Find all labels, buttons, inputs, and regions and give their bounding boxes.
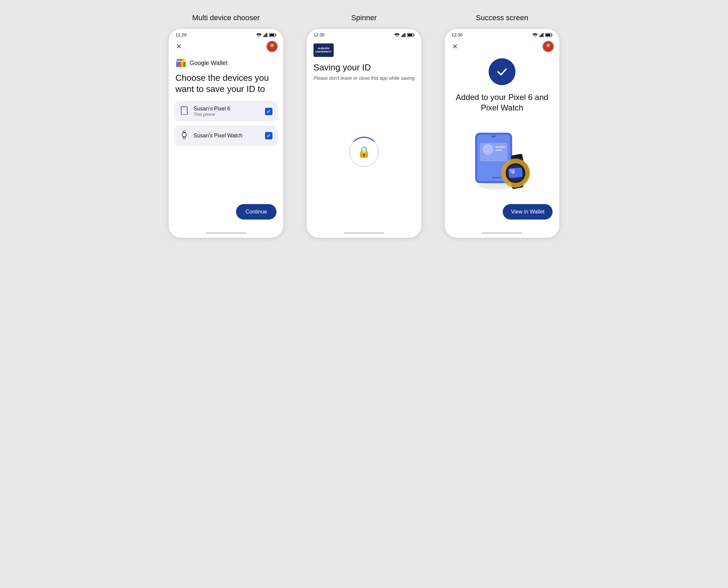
svg-point-9 xyxy=(270,47,275,51)
svg-rect-7 xyxy=(270,34,274,36)
svg-point-33 xyxy=(535,36,536,37)
top-nav-3: ✕ xyxy=(445,39,559,55)
svg-rect-31 xyxy=(414,34,414,36)
svg-rect-32 xyxy=(408,34,412,36)
svg-point-41 xyxy=(547,44,550,47)
screen2-label: Spinner xyxy=(351,14,377,22)
signal-icon-3 xyxy=(539,33,543,37)
status-icons-2 xyxy=(394,33,414,37)
continue-btn-area: Continue xyxy=(169,146,283,230)
auburn-logo: AUBURNUNIVERSITY xyxy=(314,43,334,57)
home-indicator-1 xyxy=(206,232,246,234)
svg-rect-4 xyxy=(267,33,268,37)
svg-rect-48 xyxy=(495,146,505,148)
avatar-icon-3 xyxy=(544,42,553,51)
status-bar-3: 12:30 xyxy=(445,29,559,39)
svg-point-25 xyxy=(397,36,398,37)
close-button-3[interactable]: ✕ xyxy=(450,42,459,51)
svg-rect-1 xyxy=(263,36,264,37)
wallet-title: Google Wallet xyxy=(190,60,227,67)
status-bar-1: 11:29 xyxy=(169,29,283,39)
status-icons-1 xyxy=(256,33,276,37)
device-name-watch: Susan's Pixel Watch xyxy=(194,133,260,139)
checkbox-watch[interactable] xyxy=(265,132,273,140)
wifi-icon-3 xyxy=(532,33,538,37)
continue-button[interactable]: Continue xyxy=(236,204,276,219)
avatar-1[interactable] xyxy=(266,41,278,52)
device-item-watch[interactable]: Susan's Pixel Watch xyxy=(174,126,278,146)
avatar-icon-1 xyxy=(268,42,276,51)
svg-point-47 xyxy=(483,144,493,155)
checkmark-icon xyxy=(495,65,509,79)
svg-rect-35 xyxy=(540,35,541,37)
wallet-header: Google Wallet xyxy=(169,55,283,68)
wifi-icon xyxy=(256,33,262,37)
phone-icon xyxy=(179,106,189,117)
spinner-content: AUBURNUNIVERSITY Saving your ID Please d… xyxy=(307,43,421,230)
svg-rect-29 xyxy=(405,33,406,37)
auburn-text: AUBURNUNIVERSITY xyxy=(316,47,332,53)
screen-column-3: Success screen 12:30 xyxy=(438,14,566,238)
time-2: 12:30 xyxy=(314,32,325,37)
svg-point-8 xyxy=(271,44,274,47)
close-button-1[interactable]: ✕ xyxy=(174,42,184,51)
battery-icon-2 xyxy=(407,33,414,37)
svg-rect-34 xyxy=(539,36,540,37)
time-3: 12:30 xyxy=(452,32,463,37)
status-bar-2: 12:30 xyxy=(307,29,421,39)
checkbox-pixel6[interactable] xyxy=(265,108,273,115)
spinner-area: 🔒 xyxy=(314,94,414,230)
device-info-watch: Susan's Pixel Watch xyxy=(194,133,260,139)
top-nav-2 xyxy=(307,39,421,43)
svg-point-21 xyxy=(184,113,185,114)
phone-frame-2: 12:30 xyxy=(307,29,421,238)
svg-rect-36 xyxy=(541,34,542,37)
svg-rect-18 xyxy=(182,59,185,61)
svg-rect-58 xyxy=(509,167,522,178)
svg-rect-22 xyxy=(182,132,186,137)
phone-frame-1: 11:29 xyxy=(169,29,283,238)
view-btn-area: View in Wallet xyxy=(445,201,559,230)
svg-rect-51 xyxy=(492,177,502,178)
check-circle xyxy=(489,58,516,85)
svg-rect-28 xyxy=(403,34,404,37)
illustration-area xyxy=(465,118,539,201)
device-item-pixel6[interactable]: Susan's Pixel 6 This phone xyxy=(174,101,278,122)
svg-rect-39 xyxy=(552,34,553,36)
saving-heading: Saving your ID xyxy=(314,62,414,73)
battery-icon xyxy=(269,33,276,37)
svg-rect-6 xyxy=(276,34,276,36)
svg-rect-2 xyxy=(264,35,265,37)
view-in-wallet-button[interactable]: View in Wallet xyxy=(503,204,553,219)
wifi-icon-2 xyxy=(394,33,400,37)
screen-column-2: Spinner 12:30 xyxy=(300,14,428,238)
home-indicator-3 xyxy=(482,232,522,234)
spinner-ring: 🔒 xyxy=(349,137,379,167)
svg-rect-37 xyxy=(543,33,544,37)
screen1-label: Multi device chooser xyxy=(192,14,260,22)
svg-rect-27 xyxy=(402,35,403,37)
svg-point-0 xyxy=(259,36,260,37)
svg-rect-50 xyxy=(491,135,496,137)
phone-frame-3: 12:30 xyxy=(445,29,559,238)
svg-rect-40 xyxy=(546,34,551,36)
svg-rect-17 xyxy=(179,59,182,61)
watch-icon xyxy=(179,130,189,141)
phone-watch-illustration xyxy=(465,126,539,190)
battery-icon-3 xyxy=(545,33,553,37)
page-wrapper: Multi device chooser 11:29 xyxy=(162,14,566,238)
top-nav-1: ✕ xyxy=(169,39,283,55)
signal-icon-2 xyxy=(401,33,405,37)
wallet-logo xyxy=(175,58,186,68)
svg-rect-49 xyxy=(495,149,502,151)
home-indicator-2 xyxy=(344,232,384,234)
lock-icon: 🔒 xyxy=(357,146,371,158)
device-list: Susan's Pixel 6 This phone Susan xyxy=(169,101,283,146)
success-content: Added to your Pixel 6 and Pixel Watch xyxy=(445,55,559,201)
time-1: 11:29 xyxy=(175,32,187,37)
device-sub-pixel6: This phone xyxy=(194,112,260,117)
svg-point-42 xyxy=(545,47,551,51)
choose-heading: Choose the devices you want to save your… xyxy=(169,68,283,101)
avatar-3[interactable] xyxy=(542,41,554,52)
status-icons-3 xyxy=(532,33,553,37)
